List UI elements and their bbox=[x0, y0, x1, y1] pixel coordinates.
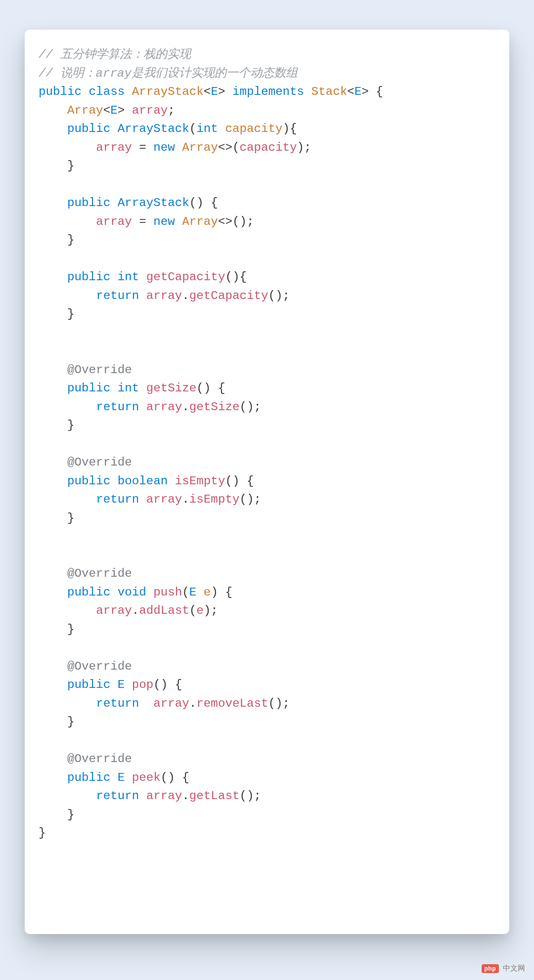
kw-public: public bbox=[67, 771, 110, 784]
method-isempty: isEmpty bbox=[175, 474, 225, 488]
var-array: array bbox=[146, 493, 182, 506]
watermark: php 中文网 bbox=[482, 964, 526, 973]
kw-new: new bbox=[153, 215, 175, 228]
var-array: array bbox=[146, 789, 182, 803]
type-array: Array bbox=[67, 104, 103, 117]
watermark-text: 中文网 bbox=[503, 964, 525, 973]
var-capacity: capacity bbox=[239, 141, 297, 154]
kw-int: int bbox=[118, 382, 139, 395]
kw-class: class bbox=[89, 85, 125, 98]
kw-public: public bbox=[67, 270, 110, 284]
param-e: e bbox=[204, 586, 211, 599]
type-e: E bbox=[118, 771, 125, 784]
kw-public: public bbox=[67, 122, 110, 135]
method-getcapacity: getCapacity bbox=[146, 270, 225, 284]
kw-public: public bbox=[39, 85, 82, 98]
type-array: Array bbox=[182, 215, 218, 228]
kw-implements: implements bbox=[232, 85, 304, 98]
kw-public: public bbox=[67, 678, 110, 691]
type-e: E bbox=[110, 104, 118, 117]
type-e: E bbox=[118, 678, 125, 691]
kw-public: public bbox=[67, 474, 110, 488]
annotation-override: @Override bbox=[67, 456, 132, 469]
kw-int: int bbox=[118, 270, 139, 284]
kw-void: void bbox=[118, 586, 146, 599]
comment-line: // 五分钟学算法：栈的实现 bbox=[39, 48, 191, 61]
annotation-override: @Override bbox=[67, 752, 132, 766]
kw-boolean: boolean bbox=[118, 474, 168, 488]
annotation-override: @Override bbox=[67, 567, 132, 580]
call-addlast: addLast bbox=[139, 604, 189, 617]
kw-public: public bbox=[67, 382, 110, 395]
var-array: array bbox=[96, 215, 132, 228]
var-array: array bbox=[96, 604, 132, 617]
kw-return: return bbox=[96, 289, 139, 302]
ctor-arraystack: ArrayStack bbox=[118, 196, 189, 210]
var-array: array bbox=[153, 697, 189, 710]
kw-public: public bbox=[67, 586, 110, 599]
call-isempty: isEmpty bbox=[189, 493, 240, 506]
type-e: E bbox=[189, 586, 197, 599]
type-arraystack: ArrayStack bbox=[132, 85, 204, 98]
kw-int: int bbox=[196, 122, 218, 135]
code-block: // 五分钟学算法：栈的实现 // 说明：array是我们设计实现的一个动态数组… bbox=[39, 45, 495, 843]
type-e: E bbox=[211, 85, 218, 98]
call-getlast: getLast bbox=[189, 789, 240, 803]
code-card: // 五分钟学算法：栈的实现 // 说明：array是我们设计实现的一个动态数组… bbox=[25, 30, 509, 934]
comment-line: // 说明：array是我们设计实现的一个动态数组 bbox=[39, 67, 298, 80]
kw-return: return bbox=[96, 789, 139, 803]
call-removelast: removeLast bbox=[196, 697, 268, 710]
kw-new: new bbox=[153, 141, 175, 154]
method-getsize: getSize bbox=[146, 382, 197, 395]
var-array: array bbox=[146, 400, 182, 414]
param-capacity: capacity bbox=[225, 122, 282, 135]
method-push: push bbox=[153, 586, 182, 599]
var-array: array bbox=[132, 104, 168, 117]
var-e: e bbox=[196, 604, 204, 617]
type-array: Array bbox=[182, 141, 218, 154]
annotation-override: @Override bbox=[67, 660, 132, 673]
var-array: array bbox=[146, 289, 182, 302]
call-getsize: getSize bbox=[189, 400, 240, 414]
ctor-arraystack: ArrayStack bbox=[118, 122, 189, 135]
kw-return: return bbox=[96, 493, 139, 506]
type-stack: Stack bbox=[312, 85, 348, 98]
method-pop: pop bbox=[132, 678, 154, 691]
kw-public: public bbox=[67, 196, 110, 210]
kw-return: return bbox=[96, 697, 139, 710]
watermark-badge: php bbox=[482, 964, 499, 973]
call-getcapacity: getCapacity bbox=[189, 289, 268, 302]
method-peek: peek bbox=[132, 771, 161, 784]
var-array: array bbox=[96, 141, 132, 154]
type-e: E bbox=[355, 85, 362, 98]
annotation-override: @Override bbox=[67, 363, 132, 377]
kw-return: return bbox=[96, 400, 139, 414]
